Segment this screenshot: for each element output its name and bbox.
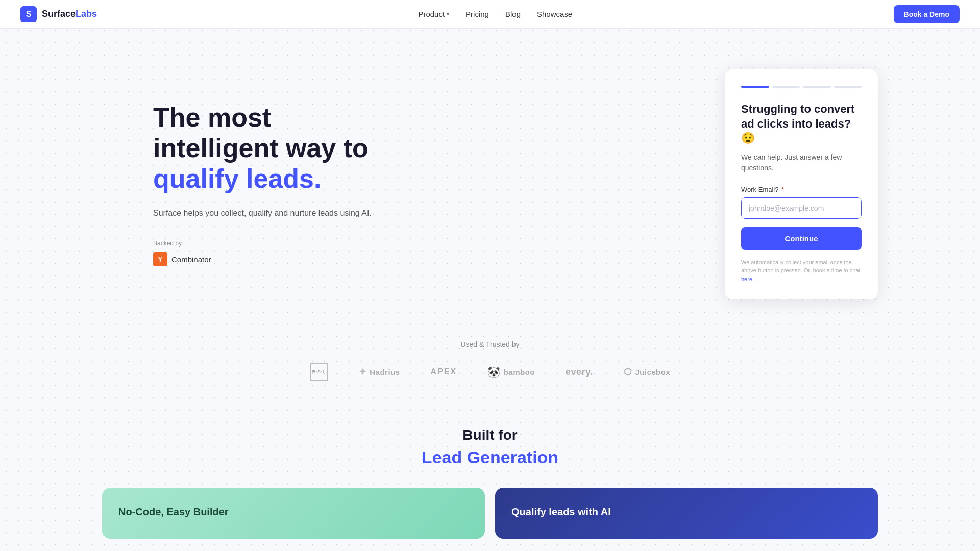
lead-form-card: Struggling to convert ad clicks into lea… xyxy=(725,69,878,299)
logo-apex: APEX xyxy=(431,367,457,377)
progress-segment-1 xyxy=(741,86,769,88)
logo-juicebox: ⬡ Juicebox xyxy=(624,366,671,378)
email-label: Work Email? * xyxy=(741,186,862,193)
logo-icon: S xyxy=(20,6,37,22)
nav-links: Product ▾ Pricing Blog Showcase xyxy=(418,10,572,18)
trusted-section: Used & Trusted by B·A·L ✦ Hadrius APEX 🐼… xyxy=(0,330,980,402)
continue-button[interactable]: Continue xyxy=(741,227,862,250)
hadrius-star-icon: ✦ xyxy=(359,366,367,378)
bal-box-icon: B·A·L xyxy=(310,363,328,381)
nav-blog[interactable]: Blog xyxy=(505,10,521,18)
logo-bamboo: 🐼 bamboo xyxy=(487,366,535,378)
progress-segment-3 xyxy=(803,86,831,88)
disclaimer-link[interactable]: here. xyxy=(741,276,754,282)
no-code-card-title: No-Code, Easy Builder xyxy=(118,506,229,517)
brand-name: SurfaceLabs xyxy=(42,9,97,19)
feature-cards-row: No-Code, Easy Builder Qualify leads with… xyxy=(0,488,980,539)
nav-product[interactable]: Product ▾ xyxy=(418,10,449,18)
progress-bar xyxy=(741,86,862,88)
built-for-label: Built for xyxy=(0,427,980,443)
logo-hadrius: ✦ Hadrius xyxy=(359,366,400,378)
bamboo-icon: 🐼 xyxy=(487,366,501,378)
logo-every: every. xyxy=(566,367,593,378)
nav-showcase[interactable]: Showcase xyxy=(537,10,572,18)
navbar: S SurfaceLabs Product ▾ Pricing Blog Sho… xyxy=(0,0,980,29)
backed-by-section: Backed by Y Combinator xyxy=(153,240,372,266)
form-card-subtitle: We can help. Just answer a few questions… xyxy=(741,152,862,173)
built-for-accent: Lead Generation xyxy=(0,447,980,467)
hero-section: The most intelligent way to qualify lead… xyxy=(0,29,980,330)
juicebox-hex-icon: ⬡ xyxy=(624,366,632,378)
required-indicator: * xyxy=(781,186,784,193)
yc-badge: Y Combinator xyxy=(153,252,372,266)
email-input[interactable] xyxy=(741,197,862,219)
chevron-down-icon: ▾ xyxy=(447,11,449,17)
yc-logo-icon: Y xyxy=(153,252,167,266)
progress-segment-2 xyxy=(772,86,800,88)
hero-content: The most intelligent way to qualify lead… xyxy=(153,103,372,266)
no-code-card: No-Code, Easy Builder xyxy=(102,488,485,539)
trusted-logos-row: B·A·L ✦ Hadrius APEX 🐼 bamboo every. ⬡ J… xyxy=(0,363,980,381)
hero-title: The most intelligent way to qualify lead… xyxy=(153,103,372,194)
form-disclaimer: We automatically collect your email once… xyxy=(741,258,862,284)
qualify-leads-card: Qualify leads with AI xyxy=(495,488,878,539)
form-card-title: Struggling to convert ad clicks into lea… xyxy=(741,102,862,146)
trusted-label: Used & Trusted by xyxy=(0,340,980,348)
yc-name: Combinator xyxy=(172,255,211,264)
qualify-leads-card-title: Qualify leads with AI xyxy=(511,506,611,517)
logo-bal: B·A·L xyxy=(310,363,328,381)
built-for-section: Built for Lead Generation No-Code, Easy … xyxy=(0,402,980,551)
logo-area: S SurfaceLabs xyxy=(20,6,97,22)
backed-by-label: Backed by xyxy=(153,240,372,247)
hero-subtitle: Surface helps you collect, qualify and n… xyxy=(153,207,372,220)
book-demo-button[interactable]: Book a Demo xyxy=(894,5,960,23)
nav-pricing[interactable]: Pricing xyxy=(465,10,489,18)
progress-segment-4 xyxy=(834,86,862,88)
